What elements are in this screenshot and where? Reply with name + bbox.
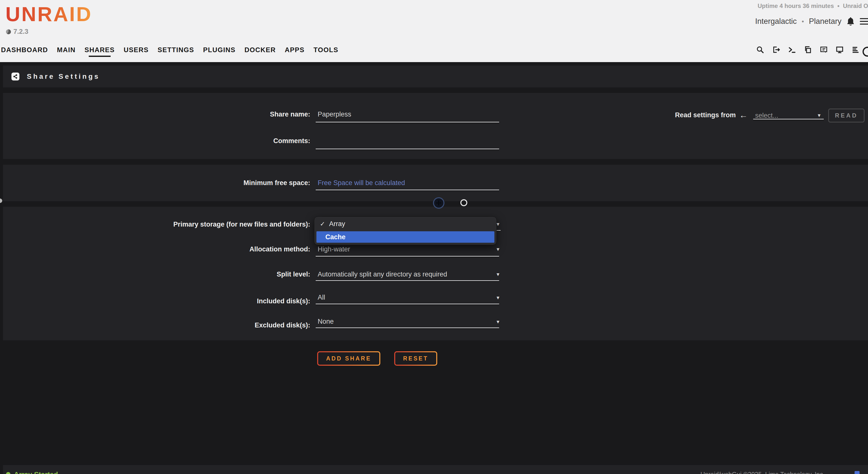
included-disks-underline [316,304,499,304]
page-title-bar: Share Settings [3,66,868,88]
dropdown-option-cache[interactable]: Cache [316,231,494,243]
unraid-logo[interactable]: UNRAID [5,2,92,26]
separator-dot: • [802,18,804,25]
min-free-underline [316,190,499,190]
version-dot-icon [6,29,11,34]
included-disks-label: Included disk(s): [0,297,310,305]
allocation-method-label: Allocation method: [0,245,310,253]
nav-tab-users[interactable]: USERS [124,46,149,54]
page-content: Share Settings Share name: Paperpless Re… [0,62,868,474]
notifications-bell-icon[interactable] [846,17,855,26]
footer-link-icon[interactable] [855,471,860,474]
dropdown-caret-icon[interactable]: ▼ [496,295,500,301]
form-buttons: ADD SHARE RESET [317,351,437,366]
uptime-text: Uptime 4 hours 36 minutes [757,2,834,9]
read-settings-underline [753,119,824,120]
read-settings-select[interactable]: select... [755,112,778,120]
split-level-underline [316,280,499,281]
included-disks-select[interactable]: All [318,294,325,301]
terminal-icon[interactable] [788,46,796,54]
separator-dot: • [837,2,839,9]
dropdown-caret-icon[interactable]: ▼ [496,272,500,277]
primary-storage-label: Primary storage (for new files and folde… [0,221,310,228]
dropdown-caret-icon[interactable]: ▼ [817,113,822,118]
option-label: Array [329,220,345,228]
primary-underline-fragment [497,230,501,231]
share-icon [11,72,20,80]
search-icon[interactable] [756,46,764,54]
share-name-label: Share name: [0,110,310,118]
nav-tab-main[interactable]: MAIN [57,46,75,54]
read-settings-label: Read settings from [636,111,736,119]
split-level-label: Split level: [0,271,310,278]
share-name-input[interactable]: Paperpless [318,110,351,118]
check-icon: ✓ [320,221,325,228]
move-cursor-icon [433,197,444,209]
option-label: Cache [326,233,345,241]
share-name-underline [316,122,499,123]
primary-storage-dropdown: ✓ Array Cache [314,216,497,245]
main-nav: DASHBOARD MAIN SHARES USERS SETTINGS PLU… [1,46,338,54]
nav-tab-docker[interactable]: DOCKER [245,46,276,54]
arrow-left-icon: ← [739,110,748,120]
excluded-disks-select[interactable]: None [318,318,334,326]
nav-utility-icons [756,46,860,54]
server-description: Planetary [809,17,841,26]
version-number: 7.2.3 [13,28,28,36]
copyright-text: Unraid/webGui ©2025, Lime Technology, In… [701,471,825,474]
nav-tab-apps[interactable]: APPS [285,46,305,54]
server-identity: Intergalactic • Planetary [755,17,868,26]
nav-tab-tools[interactable]: TOOLS [313,46,338,54]
nav-tab-dashboard[interactable]: DASHBOARD [1,46,48,54]
nav-tab-shares[interactable]: SHARES [85,46,115,54]
log-lines-icon[interactable] [851,46,860,54]
min-free-input[interactable]: Free Space will be calculated [318,179,405,187]
dropdown-option-array[interactable]: ✓ Array [314,217,496,231]
uptime-status: Uptime 4 hours 36 minutes•Unraid OS Star… [757,2,868,9]
nav-tab-plugins[interactable]: PLUGINS [203,46,236,54]
logout-icon[interactable] [772,46,780,54]
read-button[interactable]: READ [828,108,865,123]
circle-cursor-icon [460,199,467,206]
allocation-method-select[interactable]: High-water [318,245,350,253]
comments-label: Comments: [0,137,310,145]
add-share-button[interactable]: ADD SHARE [317,351,380,366]
reset-button[interactable]: RESET [394,351,437,366]
monitor-icon[interactable] [836,46,844,54]
comments-underline [316,148,499,149]
unraid-share-settings-screen: Uptime 4 hours 36 minutes•Unraid OS Star… [0,0,868,474]
split-level-select[interactable]: Automatically split any directory as req… [318,271,447,278]
dropdown-caret-icon[interactable]: ▼ [496,247,500,252]
page-title: Share Settings [27,72,100,80]
nav-tab-settings[interactable]: SETTINGS [158,46,194,54]
os-name: Unraid OS [843,2,868,9]
copy-icon[interactable] [804,46,812,54]
feedback-chat-icon[interactable] [820,46,828,54]
dropdown-caret-icon[interactable]: ▼ [496,319,500,325]
array-status-text[interactable]: Array Started [14,471,58,474]
min-free-label: Minimum free space: [0,179,310,187]
excluded-disks-underline [316,328,499,328]
top-header: Uptime 4 hours 36 minutes•Unraid OS Star… [0,0,868,62]
excluded-disks-label: Excluded disk(s): [0,321,310,329]
menu-hamburger-icon[interactable] [860,18,868,25]
server-name[interactable]: Intergalactic [755,17,797,26]
version-badge: 7.2.3 [6,28,28,36]
allocation-underline [316,256,499,257]
edge-dot-icon [0,199,2,203]
clipped-edge-icon [863,47,868,57]
